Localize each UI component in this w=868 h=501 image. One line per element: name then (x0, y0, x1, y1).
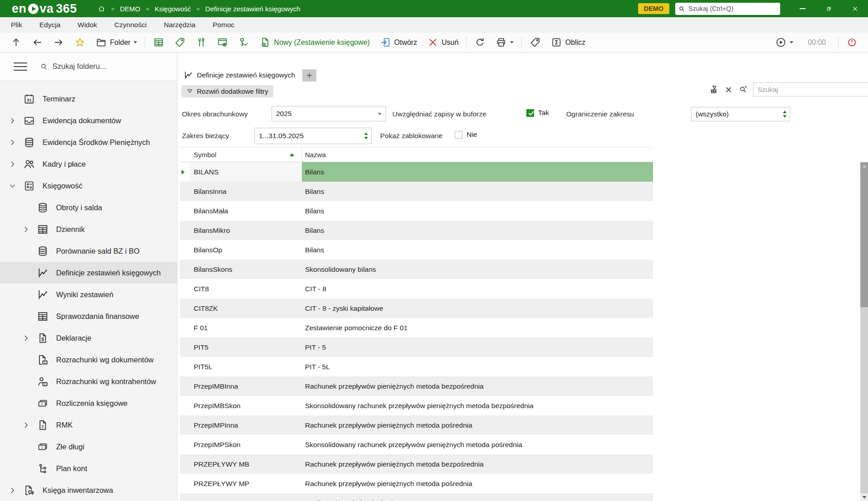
sidebar-item-księgowość[interactable]: Księgowość (0, 175, 177, 197)
table-row-rpd[interactable]: RPD Rozliczenie podatku dochodowego (180, 493, 653, 501)
show-locked-checkbox[interactable] (455, 131, 463, 139)
nazwa-cell[interactable]: Zestawienie pomocnicze do F 01 (302, 318, 653, 337)
column-header-nazwa[interactable]: Nazwa (302, 147, 653, 162)
chevron-icon[interactable] (9, 117, 22, 125)
sidebar-item-definicje-zestawień-księgowych[interactable]: Definicje zestawień księgowych (0, 262, 177, 284)
restore-button[interactable] (816, 0, 842, 17)
breadcrumb-item-księgowość[interactable]: Księgowość (155, 5, 191, 13)
current-range-spinner[interactable]: 1...31.05.2025 (254, 128, 372, 144)
symbol-cell[interactable]: RPD (190, 493, 302, 501)
sidebar-item-plan-kont[interactable]: Plan kont (0, 458, 177, 479)
chevron-icon[interactable] (9, 160, 22, 168)
symbol-cell[interactable]: PRZEPŁYWY MP (190, 474, 302, 493)
table-row-pit5l[interactable]: PIT5L PIT - 5L (180, 357, 653, 376)
symbol-cell[interactable]: BILANS (190, 162, 302, 182)
otwórz-button[interactable]: Otwórz (375, 35, 422, 50)
symbol-cell[interactable]: F 01 (190, 318, 302, 337)
filter-columns-button[interactable] (707, 83, 721, 96)
sidebar-item-sprawozdania-finansowe[interactable]: Sprawozdania finansowe (0, 305, 177, 327)
power-button[interactable] (841, 35, 863, 50)
symbol-cell[interactable]: BilansInna (190, 182, 302, 201)
scrollbar-thumb[interactable] (860, 162, 868, 307)
menu-pomoc[interactable]: Pomoc (204, 21, 243, 29)
expand-filters-button[interactable]: Rozwiń dodatkowe filtry (181, 85, 273, 97)
menu-plik[interactable]: Plik (2, 21, 31, 29)
sidebar-item-rozrachunki-wg-kontrahentów[interactable]: Rozrachunki wg kontrahentów (0, 371, 177, 392)
refresh-button[interactable] (469, 35, 491, 50)
menu-narzędzia[interactable]: Narzędzia (155, 21, 204, 29)
table-row-cit8[interactable]: CIT8 CIT - 8 (180, 279, 653, 299)
sidebar-item-ewidencja-dokumentów[interactable]: Ewidencja dokumentów (0, 110, 177, 131)
tools-button[interactable] (191, 35, 212, 50)
symbol-cell[interactable]: PrzepIMBInna (190, 376, 302, 396)
table-row-przepimpskon[interactable]: PrzepIMPSkon Skonsolidowany rachunek prz… (180, 435, 653, 454)
symbol-cell[interactable]: BilansMikro (190, 221, 302, 240)
chevron-icon[interactable] (9, 139, 22, 146)
sidebar-item-rozrachunki-wg-dokumentów[interactable]: Rozrachunki wg dokumentów (0, 349, 177, 371)
symbol-cell[interactable]: CIT8ZK (190, 299, 302, 318)
buffer-checkbox[interactable] (526, 109, 534, 117)
nazwa-cell[interactable]: Rachunek przepływów pieniężnych metoda p… (302, 474, 653, 493)
sidebar-item-rmk[interactable]: RMK (0, 414, 177, 436)
nazwa-cell[interactable]: Rozliczenie podatku dochodowego (302, 493, 653, 501)
breadcrumb-item-definicje-zestawień-księgowych[interactable]: Definicje zestawień księgowych (205, 5, 300, 13)
clear-search-button[interactable] (721, 83, 736, 96)
scroll-down-button[interactable] (860, 493, 868, 501)
nazwa-cell[interactable]: CIT - 8 - zyski kapitałowe (302, 299, 653, 318)
00-00-button[interactable]: 00:00 (798, 35, 835, 50)
sidebar-item-księga-inwentarzowa[interactable]: Księga inwentarzowa (0, 479, 177, 501)
chevron-down-icon[interactable] (790, 41, 793, 43)
table-row-bilans[interactable]: BILANS Bilans (180, 162, 653, 182)
sidebar-item-rozliczenia-księgowe[interactable]: Rozliczenia księgowe (0, 392, 177, 414)
close-button[interactable] (842, 0, 868, 17)
folder-button[interactable]: Folder (91, 35, 142, 50)
nazwa-cell[interactable]: Skonsolidowany bilans (302, 260, 653, 279)
range-limit-spinner[interactable]: (wszystko) (691, 107, 790, 121)
sidebar-item-porównanie-sald-bz-i-bo[interactable]: Porównanie sald BZ i BO (0, 240, 177, 262)
nazwa-cell[interactable]: Rachunek przepływów pieniężnych metoda p… (302, 415, 653, 435)
printer-button[interactable] (491, 35, 519, 50)
grid-button[interactable] (148, 35, 169, 50)
nazwa-cell[interactable]: PIT - 5L (302, 357, 653, 376)
table-row-cit8zk[interactable]: CIT8ZK CIT - 8 - zyski kapitałowe (180, 299, 653, 318)
table-row-przepimpinna[interactable]: PrzepIMPInna Rachunek przepływów pienięż… (180, 415, 653, 435)
chevron-icon[interactable] (22, 334, 36, 342)
nazwa-cell[interactable]: Bilans (302, 162, 653, 182)
vertical-scrollbar[interactable] (860, 162, 868, 501)
home-icon[interactable] (98, 5, 105, 13)
window-gear-button[interactable] (212, 35, 233, 50)
symbol-cell[interactable]: PIT5 (190, 337, 302, 357)
sidebar-item-obroty-i-salda[interactable]: Obroty i salda (0, 197, 177, 218)
table-row-f-01[interactable]: F 01 Zestawienie pomocnicze do F 01 (180, 318, 653, 337)
table-row-przepimbskon[interactable]: PrzepIMBSkon Skonsolidowany rachunek prz… (180, 396, 653, 415)
nazwa-cell[interactable]: Bilans (302, 182, 653, 201)
arrow-up-button[interactable] (5, 35, 27, 50)
symbol-cell[interactable]: BilansMała (190, 201, 302, 221)
tag-button[interactable] (525, 35, 546, 50)
nazwa-cell[interactable]: Bilans (302, 201, 653, 221)
chevron-icon[interactable] (9, 487, 22, 494)
nazwa-cell[interactable]: Bilans (302, 240, 653, 260)
chevron-icon[interactable] (22, 421, 36, 429)
nazwa-cell[interactable]: Skonsolidowany rachunek przepływów pieni… (302, 435, 653, 454)
sidebar-item-dziennik[interactable]: Dziennik (0, 218, 177, 240)
table-row-bilansmała[interactable]: BilansMała Bilans (180, 201, 653, 221)
symbol-cell[interactable]: BilansSkons (190, 260, 302, 279)
advanced-search-button[interactable] (736, 83, 750, 96)
table-row-przepływy-mb[interactable]: PRZEPŁYWY MB Rachunek przepływów pienięż… (180, 454, 653, 474)
key-check-button[interactable] (233, 35, 254, 50)
tab-definicje-zestawien[interactable]: Definicje zestawień księgowych (181, 70, 297, 80)
symbol-cell[interactable]: PRZEPŁYWY MB (190, 454, 302, 474)
global-search-input[interactable]: Szukaj (Ctrl+Q) (675, 3, 780, 15)
nazwa-cell[interactable]: CIT - 8 (302, 279, 653, 299)
chevron-icon[interactable] (9, 182, 22, 190)
symbol-cell[interactable]: PIT5L (190, 357, 302, 376)
table-row-bilansop[interactable]: BilansOp Bilans (180, 240, 653, 260)
symbol-cell[interactable]: BilansOp (190, 240, 302, 260)
chevron-down-icon[interactable] (134, 41, 137, 43)
table-row-bilansinna[interactable]: BilansInna Bilans (180, 182, 653, 201)
sidebar-item-ewidencja-środków-pieniężnych[interactable]: Ewidencja Środków Pieniężnych (0, 131, 177, 153)
nazwa-cell[interactable]: Rachunek przepływów pieniężnych metoda b… (302, 454, 653, 474)
symbol-cell[interactable]: PrzepIMBSkon (190, 396, 302, 415)
folder-search-input[interactable]: Szukaj folderu... (52, 62, 106, 71)
